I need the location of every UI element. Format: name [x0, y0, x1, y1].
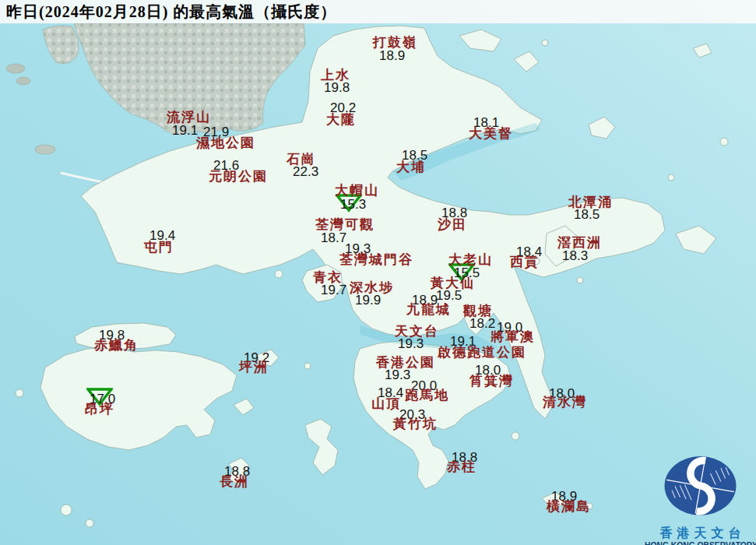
station-name: 打鼓嶺 — [373, 36, 417, 49]
station-value: 15.3 — [340, 198, 366, 211]
station-value: 18.2 — [469, 317, 495, 330]
station-name: 西貢 — [510, 255, 540, 269]
station-value: 19.9 — [355, 294, 381, 307]
station-name: 筲箕灣 — [469, 374, 514, 388]
station-name: 荃灣可觀 — [315, 218, 374, 231]
station-name: 天文台 — [395, 325, 439, 338]
hko-logo-chinese-name: 香港天文台 — [645, 527, 756, 540]
station-name: 元朗公園 — [209, 170, 268, 183]
station-value: 19.3 — [385, 368, 410, 382]
station-name: 青衣 — [313, 271, 343, 284]
station-value: 19.8 — [324, 81, 350, 94]
station-value: 22.3 — [293, 165, 318, 178]
station-name: 赤鱲角 — [94, 339, 139, 352]
hko-logo: 香港天文台 HONG KONG OBSERVATORY — [645, 448, 756, 545]
station-name: 啟德跑道公園 — [438, 346, 526, 359]
station-name: 荃灣城門谷 — [339, 253, 413, 266]
station-name: 深水埗 — [350, 281, 394, 294]
station-name: 大帽山 — [335, 184, 379, 197]
stations-layer: 18.9打鼓嶺19.8上水20.2大隴19.1流浮山21.9濕地公園21.6元朗… — [0, 0, 756, 545]
station-name: 流浮山 — [167, 111, 211, 124]
station-name: 坪洲 — [239, 360, 269, 374]
station-name: 九龍城 — [406, 303, 451, 316]
station-name: 屯門 — [144, 241, 174, 254]
station-name: 大埔 — [396, 160, 426, 174]
station-name: 北潭涌 — [568, 195, 613, 209]
station-value: 19.7 — [321, 283, 346, 297]
station-name: 觀塘 — [463, 304, 493, 318]
station-value: 18.7 — [321, 231, 346, 244]
station-name: 滘西洲 — [557, 236, 602, 249]
station-name: 橫瀾島 — [547, 500, 591, 513]
station-name: 大隴 — [326, 113, 356, 126]
station-value: 19.5 — [436, 289, 462, 302]
hko-logo-icon — [645, 448, 756, 523]
station-value: 18.9 — [379, 49, 405, 62]
station-value: 18.3 — [562, 249, 588, 262]
station-name: 將軍澳 — [491, 330, 535, 343]
station-value: 19.3 — [398, 337, 424, 350]
station-name: 清水灣 — [543, 396, 587, 409]
station-value: 18.5 — [574, 208, 600, 221]
station-name: 大美督 — [469, 127, 513, 140]
station-name: 赤柱 — [447, 460, 476, 473]
hko-logo-english-name: HONG KONG OBSERVATORY — [645, 542, 756, 545]
station-name: 跑馬地 — [405, 389, 449, 402]
station-name: 昂坪 — [85, 403, 114, 416]
station-name: 黃大仙 — [431, 276, 475, 290]
station-name: 山頂 — [371, 397, 401, 410]
station-value: 19.1 — [172, 124, 198, 137]
station-name: 上水 — [321, 69, 350, 82]
station-name: 大老山 — [448, 253, 493, 266]
station-name: 濕地公園 — [196, 136, 255, 149]
station-name: 長洲 — [220, 475, 249, 488]
station-name: 沙田 — [438, 218, 467, 231]
station-name: 香港公園 — [376, 356, 435, 369]
station-name: 黃竹坑 — [393, 417, 438, 431]
hko-max-temperature-map: 昨日(2024年02月28日) 的最高氣溫（攝氏度） 18.9打鼓嶺19.8上水… — [0, 0, 756, 545]
station-name: 石崗 — [287, 153, 316, 166]
